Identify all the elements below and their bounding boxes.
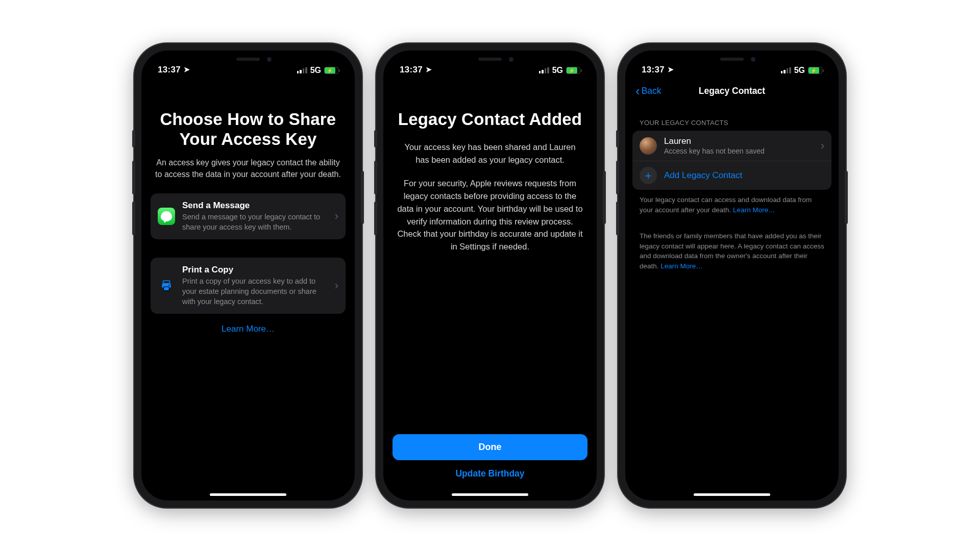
back-label: Back (642, 86, 662, 96)
page-subtitle: An access key gives your legacy contact … (151, 157, 346, 180)
page-title: Choose How to Share Your Access Key (151, 110, 346, 149)
update-birthday-button[interactable]: Update Birthday (393, 460, 587, 479)
network-label: 5G (552, 66, 563, 75)
done-button[interactable]: Done (393, 434, 587, 460)
page-title: Legacy Contact Added (393, 110, 587, 130)
learn-more-link[interactable]: Learn More… (151, 324, 346, 334)
location-arrow-icon: ➤ (184, 65, 190, 73)
contact-sub: Access key has not been saved (664, 147, 765, 155)
svg-rect-2 (164, 287, 169, 291)
cell-signal-icon (539, 67, 549, 73)
learn-more-link[interactable]: Learn More… (660, 262, 703, 270)
printer-icon (158, 277, 175, 294)
chevron-right-icon: › (821, 139, 824, 153)
learn-more-link[interactable]: Learn More… (733, 206, 775, 214)
legacy-contacts-list: Lauren Access key has not been saved › ＋… (632, 131, 831, 190)
cell-signal-icon (781, 67, 791, 73)
add-legacy-contact-label: Add Legacy Contact (664, 170, 742, 181)
legacy-contact-row[interactable]: Lauren Access key has not been saved › (632, 131, 831, 161)
print-copy-option[interactable]: Print a Copy Print a copy of your access… (151, 258, 346, 314)
print-copy-title: Print a Copy (182, 265, 328, 275)
home-indicator[interactable] (210, 493, 286, 496)
home-indicator[interactable] (694, 493, 770, 496)
confirmation-paragraph-2: For your security, Apple reviews request… (393, 177, 587, 253)
chevron-right-icon: › (335, 210, 338, 223)
home-indicator[interactable] (452, 493, 528, 496)
battery-icon: ⚡ (808, 67, 822, 74)
footer-text-2: The friends or family members that have … (632, 226, 831, 271)
phone-2: 13:37 ➤ 5G ⚡ Legacy Contact Added Your a… (376, 43, 604, 508)
nav-bar: ‹ Back Legacy Contact (632, 79, 831, 103)
contact-avatar (640, 137, 657, 155)
confirmation-paragraph-1: Your access key has been shared and Laur… (393, 141, 587, 166)
chevron-left-icon: ‹ (635, 84, 640, 97)
back-button[interactable]: ‹ Back (632, 84, 662, 97)
footer-text-1: Your legacy contact can access and downl… (632, 190, 831, 215)
section-header: YOUR LEGACY CONTACTS (640, 119, 824, 127)
send-message-title: Send a Message (182, 201, 328, 211)
status-time: 13:37 (642, 65, 665, 75)
status-time: 13:37 (400, 65, 423, 75)
network-label: 5G (794, 66, 805, 75)
send-message-option[interactable]: Send a Message Send a message to your le… (151, 193, 346, 239)
chevron-right-icon: › (335, 279, 338, 292)
svg-rect-0 (163, 281, 170, 283)
location-arrow-icon: ➤ (426, 65, 432, 73)
messages-app-icon (158, 208, 175, 225)
battery-icon: ⚡ (566, 67, 580, 74)
contact-name: Lauren (664, 136, 765, 146)
svg-point-3 (168, 285, 169, 286)
cell-signal-icon (297, 67, 307, 73)
send-message-desc: Send a message to your legacy contact to… (182, 212, 328, 232)
print-copy-desc: Print a copy of your access key to add t… (182, 277, 328, 307)
plus-icon: ＋ (640, 167, 657, 184)
status-time: 13:37 (158, 65, 181, 75)
nav-title: Legacy Contact (699, 86, 765, 96)
add-legacy-contact-row[interactable]: ＋ Add Legacy Contact (632, 161, 831, 190)
phone-1: 13:37 ➤ 5G ⚡ Choose How to Share Your Ac… (134, 43, 362, 508)
network-label: 5G (310, 66, 321, 75)
battery-icon: ⚡ (324, 67, 338, 74)
phone-3: 13:37 ➤ 5G ⚡ ‹ Back Legacy Contact YOUR … (618, 43, 846, 508)
location-arrow-icon: ➤ (668, 65, 674, 73)
